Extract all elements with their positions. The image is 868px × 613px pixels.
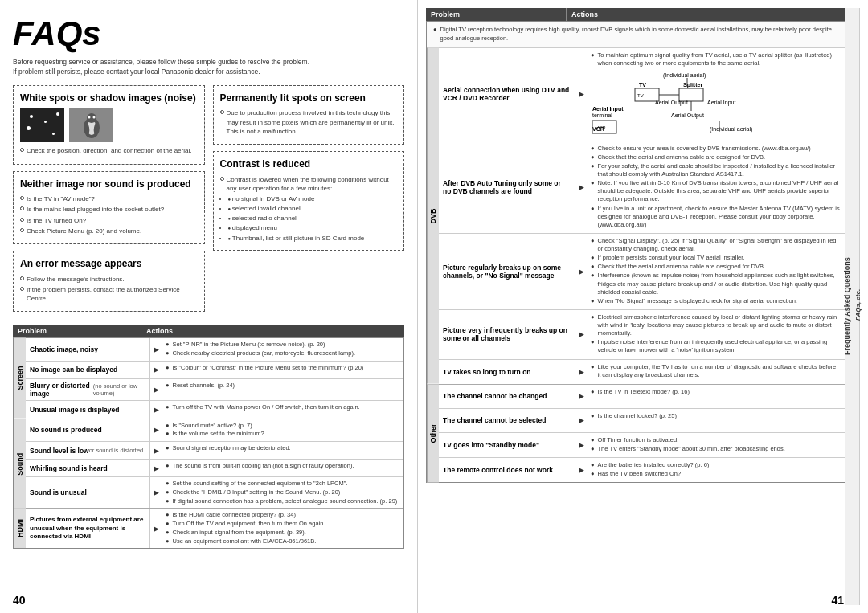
problem-cell: Sound is unusual <box>26 477 150 508</box>
individual-aerial-bottom-label: (Individual aerial) <box>710 126 752 133</box>
action-line: ●Like your computer, the TV has to run a… <box>591 363 841 379</box>
diagram-svg: (Individual aerial) TV TV Splitter <box>591 71 760 137</box>
bullet-icon <box>20 148 24 152</box>
action-line: ●Electrical atmospheric interference cau… <box>591 313 841 337</box>
dvb-auto-tuning-row: After DVB Auto Tuning only some or no DV… <box>439 141 845 234</box>
action-text: The sound is from built-in cooling fan (… <box>173 462 354 470</box>
info-line: ● Digital TV reception technology requir… <box>433 26 838 43</box>
right-top-info: ● Digital TV reception technology requir… <box>427 22 845 48</box>
channel-selected-actions: ●Is the channel locked? (p. 25) <box>587 409 845 432</box>
sound-label: Sound <box>14 419 26 509</box>
action-text: Check nearby electrical products (car, m… <box>173 349 356 358</box>
error-message-box: An error message appears Follow the mess… <box>13 251 205 312</box>
hdmi-section: HDMI Pictures from external equipment ar… <box>14 509 403 548</box>
action-text: Turn Off the TV and equipment, then turn… <box>173 520 326 528</box>
action-text: Are the batteries installed correctly? (… <box>598 461 710 469</box>
remote-actions: ●Are the batteries installed correctly? … <box>587 458 845 482</box>
aerial-text: To maintain optimum signal quality from … <box>598 51 841 67</box>
action-line: ●If you live in a unit or apartment, che… <box>591 205 841 229</box>
screen-label: Screen <box>14 338 26 419</box>
table-row: Pictures from external equipment are unu… <box>26 509 403 548</box>
problem-cell: Unusual image is displayed <box>26 401 150 419</box>
action-line: ●Impulse noise interference from an infr… <box>591 338 841 354</box>
white-spots-title: White spots or shadow images (noise) <box>20 92 198 105</box>
action-text: Check an input signal from the equipment… <box>173 529 306 537</box>
error-bullet-1: Follow the message's instructions. <box>27 275 125 284</box>
spot <box>27 126 31 130</box>
action-line: ●Is "Sound mute" active? (p. 7) <box>166 422 399 430</box>
right-sub-col: Permanently lit spots on screen Due to p… <box>213 85 405 318</box>
faq-title: FAQs <box>13 14 404 53</box>
tv-long-problem: TV takes so long to turn on <box>439 360 575 384</box>
action-text: The TV enters "Standby mode" about 30 mi… <box>598 445 785 453</box>
problem-cell: Whirling sound is heard <box>26 460 150 476</box>
action-line: ●Has the TV been switched On? <box>591 470 841 478</box>
contrast-title: Contrast is reduced <box>220 158 398 171</box>
arrow-icon: ▶ <box>150 362 162 378</box>
left-page: FAQs Before requesting service or assist… <box>0 0 418 613</box>
table-row: Chaotic image, noisy ▶ ●Set "P-NR" in th… <box>26 338 403 362</box>
table-row: No sound is produced ▶ ●Is "Sound mute" … <box>26 419 403 443</box>
actions-cell: ●The sound is from built-in cooling fan … <box>162 460 403 476</box>
spot <box>30 115 33 118</box>
faq-sidebar-label: Frequently Asked Questions FAQs, etc. <box>845 8 860 605</box>
spot <box>52 133 55 135</box>
contrast-item: displayed menu <box>228 223 398 232</box>
arrow-icon: ▶ <box>150 477 162 508</box>
action-line: ●Interference (known as impulse noise) f… <box>591 272 841 296</box>
actions-cell: ●Reset channels. (p. 24) <box>162 379 403 400</box>
spot <box>56 112 59 116</box>
actions-cell: ●Sound signal reception may be deteriora… <box>162 442 403 459</box>
table-header: Problem Actions <box>13 325 404 337</box>
action-line: ●Off Timer function is activated. <box>591 436 841 444</box>
action-text: Like your computer, the TV has to run a … <box>598 363 841 379</box>
left-col: White spots or shadow images (noise) <box>13 85 205 318</box>
action-text: For your safety, the aerial and cable sh… <box>598 162 841 178</box>
action-text: Check "Signal Display". (p. 25) If "Sign… <box>598 237 841 253</box>
action-line: ●Use an equipment compliant with EIA/CEA… <box>166 537 399 546</box>
action-text: Off Timer function is activated. <box>598 436 679 444</box>
vcr-box: VCR <box>596 125 606 130</box>
hdmi-label: HDMI <box>14 509 26 548</box>
arrow-icon: ▶ <box>150 379 162 400</box>
channel-selected-problem: The channel cannot be selected <box>439 409 575 432</box>
picture-breaks-problem: Picture regularly breaks up on some chan… <box>439 234 575 309</box>
aerial-output-label: Aerial Output <box>655 100 688 106</box>
bullet-icon <box>220 110 224 114</box>
aerial-input-terminal-label: Aerial Input <box>592 106 624 112</box>
problem-cell: No image can be displayed <box>26 362 150 378</box>
tv-box-label: TV <box>637 93 644 98</box>
table-row: Sound level is low or sound is distorted… <box>26 442 403 460</box>
left-content: White spots or shadow images (noise) <box>13 85 404 318</box>
arrow-icon: ▶ <box>575 48 587 141</box>
action-text: Set "P-NR" in the Picture Menu (to remov… <box>173 341 326 349</box>
permanently-lit-content: Due to production process involved in th… <box>220 108 398 136</box>
action-line: ●Sound signal reception may be deteriora… <box>166 444 399 452</box>
problem-cell: Blurry or distorted image (no sound or l… <box>26 379 150 400</box>
arrow-icon: ▶ <box>575 385 587 408</box>
action-line: ●Note: If you live within 5-10 Km of DVB… <box>591 179 841 203</box>
penguin-image <box>69 108 113 142</box>
bullet-item: Check Picture Menu (p. 20) and volume. <box>20 227 198 235</box>
bullet-item: Follow the message's instructions. <box>20 275 198 284</box>
white-spots-box: White spots or shadow images (noise) <box>13 85 205 165</box>
tv-long-row: TV takes so long to turn on ▶ ●Like your… <box>439 360 845 384</box>
svg-point-3 <box>88 116 90 119</box>
arrow-icon: ▶ <box>150 401 162 419</box>
screen-section: Screen Chaotic image, noisy ▶ ●Set "P-NR… <box>14 338 403 419</box>
contrast-item: no signal in DVB or AV mode <box>228 194 398 203</box>
right-table-header: Problem Actions <box>426 8 845 21</box>
dvb-rows: Aerial connection when using DTV and VCR… <box>439 48 845 384</box>
neither-image-box: Neither image nor sound is produced Is t… <box>13 171 205 244</box>
contrast-item: selected radio channel <box>228 214 398 223</box>
action-text: Sound signal reception may be deteriorat… <box>173 444 291 452</box>
bullet-icon <box>20 218 24 222</box>
arrow-icon: ▶ <box>575 234 587 309</box>
action-line: ●Is the TV in Teletext mode? (p. 16) <box>591 388 841 396</box>
aerial-row: Aerial connection when using DTV and VCR… <box>439 48 845 141</box>
tv-long-actions: ●Like your computer, the TV has to run a… <box>587 360 845 384</box>
action-line: ●Reset channels. (p. 24) <box>166 382 399 390</box>
action-text: Is the volume set to the minimum? <box>173 430 264 438</box>
frequently-asked-label: Frequently Asked Questions <box>843 258 851 356</box>
individual-aerial-label: (Individual aerial) <box>663 72 706 79</box>
